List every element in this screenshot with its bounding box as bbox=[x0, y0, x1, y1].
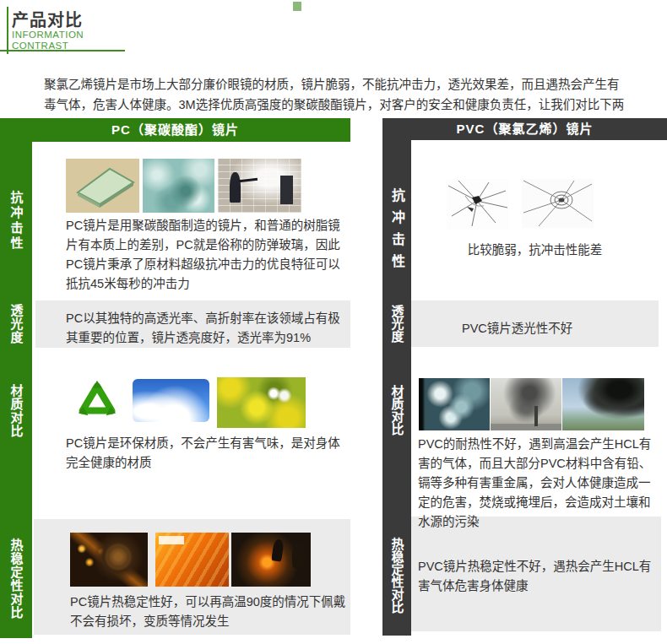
bullet-cracked-glass-image bbox=[522, 179, 594, 228]
pvc-thermal-text: PVC镜片热稳定性不好，遇热会产生HCL有害气体危害身体健康 bbox=[418, 557, 661, 596]
glass-sheet-drawing bbox=[66, 159, 139, 213]
factory-smokestack-image bbox=[491, 378, 561, 430]
page-subtitle: INFORMATION CONTRAST bbox=[12, 30, 84, 51]
pc-label-light-transmission: 透光度 bbox=[0, 300, 32, 348]
pvc-label-material-contrast: 材质对比 bbox=[382, 347, 411, 474]
green-corner-mark bbox=[293, 2, 301, 11]
pvc-label-light-transmission: 透光度 bbox=[382, 300, 411, 347]
rifle-silhouette bbox=[239, 178, 258, 182]
bullet-cracked-glass-drawing bbox=[522, 179, 594, 228]
recycle-symbol-icon bbox=[76, 376, 118, 425]
molten-flames-image bbox=[155, 533, 229, 587]
pc-impact-text: PC镜片是用聚碳酸酯制造的镜片，和普通的树脂镜片有本质上的差别，PC就是俗称的防… bbox=[66, 216, 346, 294]
flower-field-family-image bbox=[217, 377, 306, 428]
pc-thermal-text: PC镜片热稳定性好，可以再高温90度的情况下佩戴不会有损坏，变质等情况发生 bbox=[70, 593, 349, 631]
page-subtitle-line2: CONTRAST bbox=[12, 41, 84, 51]
shattered-glass-image bbox=[143, 159, 214, 213]
burning-field-smoke-image bbox=[562, 378, 644, 430]
pvc-label-thermal-stability: 热稳定性对比 bbox=[382, 517, 411, 635]
header-accent-line-vertical bbox=[7, 7, 8, 54]
product-comparison-page: 产品对比 INFORMATION CONTRAST 聚氯乙烯镜片是市场上大部分廉… bbox=[0, 0, 667, 644]
pc-column-header: PC（聚碳酸酯）镜片 bbox=[0, 118, 350, 142]
shooter-silhouette bbox=[230, 172, 241, 203]
cracked-lens-image bbox=[447, 179, 509, 230]
page-subtitle-line1: INFORMATION bbox=[12, 30, 84, 41]
target-rig-silhouette bbox=[280, 176, 293, 204]
pvc-material-text: PVC的耐热性不好，遇到高温会产生HCL有害的气体，而且大部分PVC材料中含有铅… bbox=[418, 435, 659, 532]
pc-label-thermal-stability: 热稳定性对比 bbox=[0, 520, 32, 638]
pvc-transmission-text: PVC镜片透光性不好 bbox=[462, 319, 648, 338]
recycle-triangle-drawing bbox=[77, 378, 117, 424]
pvc-column-header: PVC（聚氯乙烯）镜片 bbox=[382, 118, 667, 140]
glass-sheet-image bbox=[66, 159, 139, 213]
grinding-sparks-image bbox=[70, 533, 148, 587]
pvc-impact-text: 比较脆弱，抗冲击性能差 bbox=[411, 241, 659, 260]
pc-label-material-contrast: 材质对比 bbox=[0, 348, 32, 474]
flames-label-chip bbox=[159, 536, 184, 544]
cracked-lens-drawing bbox=[447, 179, 509, 230]
foundry-worker-silhouette-1 bbox=[271, 538, 285, 561]
ballistic-impact-test-image bbox=[218, 159, 301, 213]
foundry-worker-silhouette-2 bbox=[292, 543, 306, 568]
pc-label-impact-resistance: 抗冲击性 bbox=[0, 142, 32, 300]
page-title: 产品对比 bbox=[12, 7, 83, 31]
pc-material-text: PC镜片是环保材质，不会产生有害气味，是对身体完全健康的材质 bbox=[66, 434, 346, 473]
toxic-smoke-image bbox=[419, 378, 490, 430]
blue-sky-clouds-image bbox=[133, 379, 209, 422]
pc-transmission-text: PC以其独特的高透光率、高折射率在该领域占有极其重要的位置，镜片透亮度好，透光率… bbox=[66, 309, 344, 348]
pvc-label-impact-resistance: 抗冲击性 bbox=[382, 143, 411, 321]
chimney-silhouette bbox=[534, 406, 538, 426]
foundry-pour-image bbox=[231, 533, 311, 587]
